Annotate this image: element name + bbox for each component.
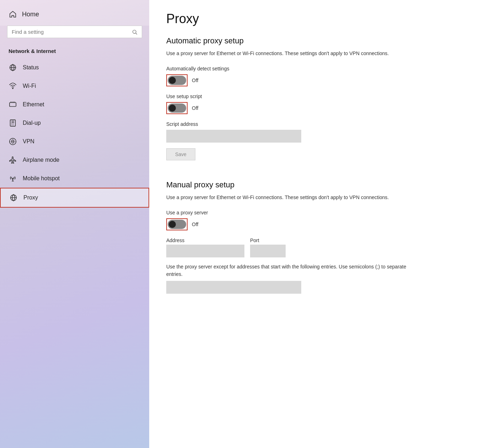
sidebar-item-wifi[interactable]: Wi-Fi [0, 77, 149, 95]
home-label: Home [22, 11, 39, 18]
sidebar-item-label: Ethernet [23, 101, 44, 108]
page-title: Proxy [166, 11, 469, 26]
hotspot-icon [9, 174, 17, 183]
svg-point-0 [133, 30, 136, 33]
sidebar: Home Network & Internet Status [0, 0, 149, 448]
sidebar-item-label: Status [23, 64, 39, 71]
auto-section-desc: Use a proxy server for Ethernet or Wi-Fi… [166, 50, 408, 57]
address-input[interactable] [166, 245, 244, 257]
use-proxy-state: Off [192, 222, 198, 227]
setup-script-row: Off [166, 102, 469, 114]
script-address-label: Script address [166, 121, 469, 127]
address-label: Address [166, 238, 244, 243]
save-button[interactable]: Save [166, 148, 195, 160]
manual-section-desc: Use a proxy server for Ethernet or Wi-Fi… [166, 194, 408, 201]
exceptions-input[interactable] [166, 281, 301, 294]
auto-section-heading: Automatic proxy setup [166, 36, 469, 46]
sidebar-item-ethernet[interactable]: Ethernet [0, 95, 149, 114]
search-box [7, 26, 142, 38]
port-group: Port [250, 238, 286, 257]
svg-point-4 [12, 88, 13, 89]
sidebar-item-label: Mobile hotspot [23, 175, 60, 182]
use-proxy-row: Off [166, 218, 469, 230]
auto-detect-label: Automatically detect settings [166, 66, 469, 71]
sidebar-item-hotspot[interactable]: Mobile hotspot [0, 169, 149, 188]
sidebar-item-label: VPN [23, 138, 34, 145]
svg-point-12 [12, 178, 14, 180]
auto-detect-state: Off [192, 78, 198, 83]
address-group: Address [166, 238, 244, 257]
main-content: Proxy Automatic proxy setup Use a proxy … [149, 0, 486, 448]
sidebar-item-status[interactable]: Status [0, 58, 149, 77]
manual-section-heading: Manual proxy setup [166, 180, 469, 190]
vpn-icon [9, 137, 17, 146]
use-proxy-label: Use a proxy server [166, 210, 469, 215]
sidebar-item-label: Wi-Fi [23, 83, 36, 89]
svg-rect-10 [10, 120, 16, 126]
sidebar-item-label: Airplane mode [23, 157, 59, 163]
port-input[interactable] [250, 245, 286, 257]
sidebar-item-airplane[interactable]: Airplane mode [0, 151, 149, 169]
use-proxy-toggle-wrapper [166, 218, 188, 230]
dialup-icon [9, 119, 17, 127]
svg-line-1 [136, 33, 137, 34]
toggle-knob [169, 77, 176, 84]
sidebar-item-label: Dial-up [23, 120, 41, 126]
airplane-icon [9, 156, 17, 164]
setup-script-label: Use setup script [166, 94, 469, 99]
sidebar-item-proxy[interactable]: Proxy [0, 188, 149, 208]
script-address-input[interactable] [166, 130, 301, 143]
auto-proxy-section: Automatic proxy setup Use a proxy server… [166, 36, 469, 173]
sidebar-section-title: Network & Internet [0, 45, 149, 58]
port-label: Port [250, 238, 286, 243]
auto-detect-row: Off [166, 74, 469, 86]
sidebar-item-label: Proxy [23, 194, 38, 201]
use-proxy-toggle[interactable] [168, 220, 186, 229]
wifi-icon [9, 82, 17, 90]
toggle-knob [169, 221, 176, 228]
proxy-icon [9, 193, 18, 202]
status-icon [9, 63, 17, 72]
setup-script-state: Off [192, 105, 198, 111]
toggle-knob [169, 105, 176, 112]
search-icon [132, 29, 137, 35]
home-icon [9, 10, 17, 18]
sidebar-item-dialup[interactable]: Dial-up [0, 114, 149, 132]
auto-detect-toggle[interactable] [168, 76, 186, 85]
address-port-row: Address Port [166, 238, 469, 257]
svg-rect-5 [10, 103, 16, 107]
setup-script-toggle-wrapper [166, 102, 188, 114]
sidebar-home[interactable]: Home [0, 0, 149, 26]
ethernet-icon [9, 100, 17, 109]
exceptions-desc: Use the proxy server except for addresse… [166, 263, 408, 278]
manual-proxy-section: Manual proxy setup Use a proxy server fo… [166, 180, 469, 294]
sidebar-item-vpn[interactable]: VPN [0, 132, 149, 151]
auto-detect-toggle-wrapper [166, 74, 188, 86]
search-input[interactable] [12, 29, 129, 35]
setup-script-toggle[interactable] [168, 103, 186, 113]
